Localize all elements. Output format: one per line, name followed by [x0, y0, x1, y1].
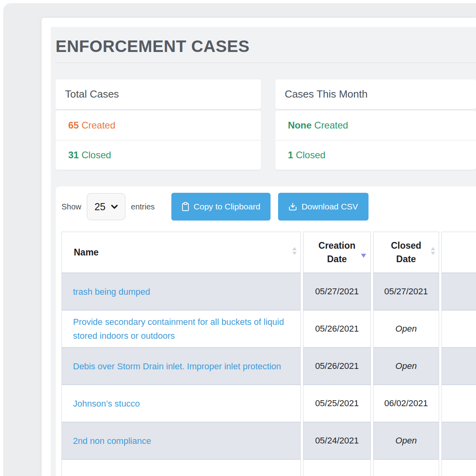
stat-label: Closed: [81, 150, 111, 160]
table-row: Johnson’s stucco05/25/202106/02/2021: [61, 385, 476, 422]
empty-cell: [373, 459, 439, 476]
table-row: Debis over Storm Drain inlet. Improper i…: [61, 347, 476, 385]
case-name-cell: 2nd non compliance: [61, 422, 301, 459]
case-name-cell: Provide secondary containment for all bu…: [61, 310, 301, 347]
table-body: trash being dumped05/27/202105/27/2021Pr…: [61, 273, 476, 476]
stat-value: 31: [68, 150, 79, 160]
page-title: ENFORCEMENT CASES: [56, 27, 476, 56]
empty-cell: [441, 459, 476, 476]
column-label: Creation Date: [319, 240, 355, 265]
column-label: Closed Date: [391, 240, 421, 265]
creation-date-cell: 05/27/2021: [303, 273, 370, 310]
entries-label: entries: [131, 202, 155, 211]
case-link[interactable]: 2nd non compliance: [73, 436, 151, 446]
creation-date-cell: 05/26/2021: [303, 310, 370, 347]
closed-date-cell: 06/02/2021: [373, 385, 439, 422]
closed-stat: 31 Closed: [56, 140, 261, 170]
download-icon: [288, 202, 297, 211]
title-divider: [56, 63, 476, 63]
stat-label: Created: [81, 120, 115, 131]
stat-label: Closed: [296, 150, 326, 160]
case-name-cell: Debis over Storm Drain inlet. Improper i…: [61, 347, 301, 385]
case-link[interactable]: trash being dumped: [73, 287, 150, 297]
creation-date-cell: 05/26/2021: [303, 347, 370, 385]
page-size-value: 25: [94, 201, 106, 213]
creation-date-cell: 05/25/2021: [303, 385, 370, 422]
card-title: Total Cases: [56, 79, 261, 109]
download-button-label: Download CSV: [301, 202, 358, 211]
table-header-row: Name Creation Date Closed Date: [61, 232, 476, 273]
column-header-cutoff: [441, 232, 476, 273]
column-header-creation-date[interactable]: Creation Date: [303, 232, 370, 273]
case-name-cell: trash being dumped: [61, 273, 301, 310]
closed-date-cell: 05/27/2021: [373, 273, 439, 310]
stat-value: None: [288, 120, 312, 131]
copy-to-clipboard-button[interactable]: Copy to Clipboard: [171, 193, 271, 221]
cutoff-cell: [441, 385, 476, 422]
cutoff-cell: [441, 310, 476, 347]
table-controls: Show 25 entries Copy to Clipboard: [61, 193, 476, 221]
cases-table-card: Show 25 entries Copy to Clipboard: [56, 186, 476, 476]
total-cases-card: Total Cases 65 Created 31 Closed: [56, 79, 261, 170]
card-body: 65 Created 31 Closed: [56, 111, 261, 170]
summary-cards-row: Total Cases 65 Created 31 Closed Cases T…: [56, 79, 476, 170]
column-label: Name: [74, 247, 99, 257]
closed-date-cell: Open: [373, 347, 439, 385]
case-link[interactable]: Johnson’s stucco: [73, 399, 140, 409]
copy-button-label: Copy to Clipboard: [194, 202, 260, 211]
empty-cell: [61, 459, 301, 476]
closed-stat: 1 Closed: [275, 140, 476, 170]
main-content: ENFORCEMENT CASES Total Cases 65 Created…: [51, 27, 476, 476]
stat-value: 1: [288, 150, 293, 160]
created-stat: None Created: [275, 111, 476, 140]
cutoff-cell: [441, 347, 476, 385]
cutoff-cell: [441, 273, 476, 310]
column-header-name[interactable]: Name: [61, 232, 301, 273]
closed-date-cell: Open: [373, 310, 439, 347]
stat-label: Created: [314, 120, 348, 131]
case-link[interactable]: Debis over Storm Drain inlet. Improper i…: [73, 361, 281, 371]
card-title: Cases This Month: [275, 79, 476, 109]
stat-value: 65: [68, 120, 79, 131]
card-body: None Created 1 Closed: [275, 111, 476, 170]
created-stat: 65 Created: [56, 111, 261, 140]
sort-icon: [292, 246, 297, 259]
page-size-select[interactable]: 25: [87, 193, 125, 220]
case-link[interactable]: Provide secondary containment for all bu…: [73, 317, 284, 341]
creation-date-cell: 05/24/2021: [303, 422, 370, 459]
cutoff-cell: [441, 422, 476, 459]
table-row: trash being dumped05/27/202105/27/2021: [61, 273, 476, 310]
sort-desc-icon: [361, 248, 367, 262]
show-label: Show: [61, 202, 81, 211]
empty-cell: [303, 459, 370, 476]
column-header-closed-date[interactable]: Closed Date: [373, 232, 439, 273]
download-csv-button[interactable]: Download CSV: [278, 193, 368, 221]
cases-this-month-card: Cases This Month None Created 1 Closed: [275, 79, 476, 170]
closed-date-cell: Open: [373, 422, 439, 459]
table-row: 2nd non compliance05/24/2021Open: [61, 422, 476, 459]
clipboard-icon: [182, 202, 189, 211]
case-name-cell: Johnson’s stucco: [61, 385, 301, 422]
table-row-partial: [61, 459, 476, 476]
sort-icon: [430, 246, 436, 259]
chevron-down-icon: [111, 205, 118, 209]
table-row: Provide secondary containment for all bu…: [61, 310, 476, 347]
cases-table: Name Creation Date Closed Date: [59, 232, 476, 476]
